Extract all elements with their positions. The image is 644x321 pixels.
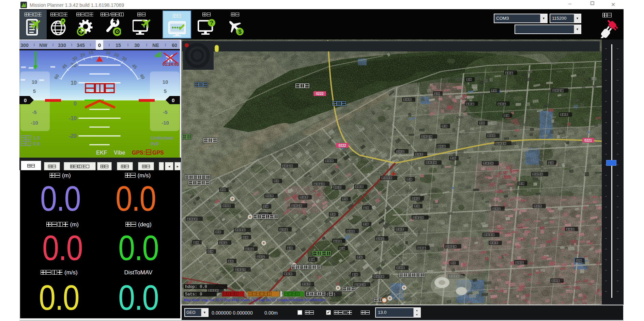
- svg-text:30: 30: [134, 43, 140, 48]
- svg-text:-10: -10: [162, 120, 169, 126]
- svg-text:Vibe: Vibe: [114, 150, 125, 156]
- svg-text:300: 300: [20, 43, 29, 48]
- svg-text:0.0: 0.0: [33, 141, 40, 146]
- svg-text:0221: 0221: [584, 139, 592, 142]
- svg-text:10: 10: [32, 79, 37, 85]
- svg-text:0: 0: [98, 42, 101, 48]
- svg-text:NW: NW: [39, 43, 47, 48]
- svg-text:Sats: 0: Sats: 0: [185, 292, 202, 297]
- svg-text:01:24:03: 01:24:03: [163, 62, 179, 67]
- svg-text:hdop: 0.0: hdop: 0.0: [185, 285, 207, 289]
- svg-text:-10: -10: [31, 120, 38, 126]
- svg-text:(: (: [327, 292, 328, 296]
- svg-text:1.5: 1.5: [33, 135, 40, 141]
- svg-text:0222: 0222: [316, 92, 324, 96]
- svg-text:Map data: img.rev 4578 Top 464: Map data: img.rev 4578 Top 464p zoom 13.…: [184, 298, 325, 302]
- svg-text:?: ?: [210, 20, 213, 26]
- svg-text:60: 60: [172, 43, 177, 48]
- svg-text:0: 0: [172, 97, 174, 103]
- svg-text:): ): [334, 292, 335, 296]
- svg-text:330: 330: [58, 43, 66, 48]
- svg-text:GPS:: GPS:: [132, 150, 145, 156]
- svg-text:5: 5: [33, 88, 36, 94]
- svg-text:-20: -20: [69, 133, 77, 139]
- svg-text:10: 10: [88, 50, 94, 55]
- svg-text:NE: NE: [152, 43, 159, 48]
- svg-text:0222: 0222: [338, 144, 346, 147]
- svg-text:10: 10: [163, 79, 168, 85]
- svg-text:EKF: EKF: [96, 150, 107, 156]
- svg-text:10: 10: [71, 80, 77, 86]
- svg-text:0v0: 0v0: [151, 141, 159, 146]
- svg-text:5: 5: [164, 88, 167, 94]
- svg-text:Unknown: Unknown: [151, 135, 174, 141]
- svg-text:GPS: GPS: [152, 150, 164, 156]
- svg-text:$: $: [238, 29, 242, 35]
- svg-text:15: 15: [116, 43, 121, 48]
- svg-text:0: 0: [24, 97, 27, 103]
- svg-text:345: 345: [77, 43, 85, 48]
- svg-text:-5: -5: [163, 109, 167, 115]
- svg-text:10: 10: [105, 50, 111, 55]
- svg-text:-5: -5: [32, 109, 36, 115]
- svg-text:0: 0: [74, 101, 77, 107]
- svg-text:-10: -10: [69, 115, 77, 121]
